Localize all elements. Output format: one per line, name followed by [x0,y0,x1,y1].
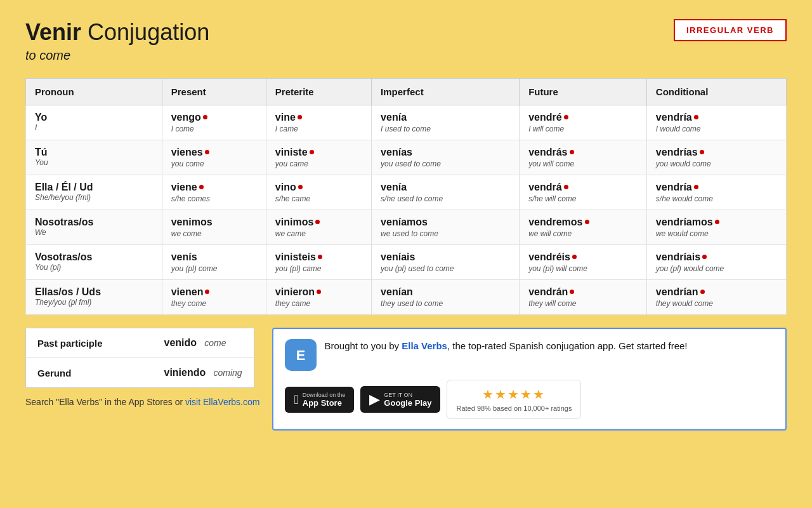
conj-translation: you came [275,159,362,168]
conj-cell: vendrásyou will come [520,140,647,175]
conj-cell: vendréisyou (pl) will come [520,245,647,280]
conj-word: venías [381,147,412,157]
irregular-dot [203,115,207,119]
rating-box: ★★★★★ Rated 98% based on 10,000+ ratings [447,380,581,419]
conj-cell: venísyou (pl) come [162,245,266,280]
col-future: Future [520,79,647,105]
conj-word: vendría [656,112,698,123]
app-store-button[interactable]:  Download on the App Store [285,387,354,413]
irregular-dot [702,255,707,259]
conj-cell: vienesyou come [162,140,266,175]
pronoun-sub: She/he/you (fml) [35,193,153,202]
rating-stars: ★★★★★ [456,387,572,402]
irregular-dot [315,220,320,224]
irregular-dot [694,115,698,119]
googleplay-main: Google Play [384,398,431,408]
conj-cell: vendrás/he will come [520,175,647,210]
irregular-dot [570,150,574,154]
irregular-dot [205,150,209,154]
table-row: Nosotras/osWevenimoswe comevinimoswe cam… [26,210,787,245]
conj-word: vengo [171,112,207,123]
conj-cell: vendríaI would come [646,105,786,140]
conj-cell: vendréI will come [520,105,647,140]
pronoun-sub: You (pl) [35,263,153,272]
conj-cell: vineI came [266,105,371,140]
conj-cell: vendríaisyou (pl) would come [646,245,786,280]
irregular-dot [205,290,209,294]
conj-word: vendrás [528,147,573,157]
past-participle-row: Past participle venido come [26,328,254,358]
col-present: Present [162,79,266,105]
pronoun-sub: I [35,123,153,132]
conj-word: vinieron [275,286,321,297]
google-play-button[interactable]: ▶ GET IT ON Google Play [360,386,440,413]
title-block: Venir Conjugation to come [25,19,209,63]
conj-cell: vinimoswe came [266,210,371,245]
conj-cell: venías/he used to come [372,175,520,210]
table-row: Ella / Él / UdShe/he/you (fml)vienes/he … [26,175,787,210]
play-icon: ▶ [369,391,380,408]
rating-text: Rated 98% based on 10,000+ ratings [456,404,572,412]
left-bottom: Past participle venido come Gerund vinie… [25,328,259,407]
conj-word: venía [381,182,407,192]
gerund-label: Gerund [37,368,71,378]
page-subtitle: to come [25,48,209,63]
conj-translation: you (pl) would come [656,264,777,273]
irregular-dot [317,290,321,294]
conj-translation: they come [171,299,257,308]
promo-header: E Brought to you by Ella Verbs, the top-… [285,339,774,371]
conj-translation: I will come [528,124,638,133]
col-conditional: Conditional [646,79,786,105]
conj-cell: vendremoswe will come [520,210,647,245]
conj-word: viniste [275,147,314,157]
irregular-dot [572,255,577,259]
irregular-dot [700,150,704,154]
conj-translation: you used to come [381,159,510,168]
irregular-dot [715,220,719,224]
pronoun-sub: You [35,158,153,167]
conj-word: vienen [171,286,210,297]
past-participle-word: venido [164,337,197,348]
promo-card: E Brought to you by Ella Verbs, the top-… [272,328,787,431]
conj-translation: we used to come [381,229,510,238]
conj-cell: vinisteyou came [266,140,371,175]
ella-verbs-icon: E [285,339,317,371]
irregular-dot [570,290,574,294]
bottom-section: Past participle venido come Gerund vinie… [25,328,787,431]
conj-translation: we will come [528,229,638,238]
conj-cell: vendríasyou would come [646,140,786,175]
conj-translation: s/he comes [171,194,257,203]
conj-word: vine [275,112,302,123]
conj-word: venís [171,251,197,262]
conj-cell: veníaisyou (pl) used to come [372,245,520,280]
conj-word: vino [275,182,303,192]
conj-word: venía [381,112,407,123]
conj-cell: vendríamoswe would come [646,210,786,245]
conj-translation: I used to come [381,124,510,133]
col-preterite: Preterite [266,79,371,105]
conj-translation: s/he will come [528,194,638,203]
conj-word: vendrá [528,182,568,192]
conj-cell: vendríanthey would come [646,280,786,315]
conj-translation: I would come [656,124,777,133]
conj-cell: veníasyou used to come [372,140,520,175]
conj-word: venían [381,286,413,297]
promo-buttons:  Download on the App Store ▶ GET IT ON … [285,380,774,419]
conj-translation: you (pl) used to come [381,264,510,273]
conj-translation: you will come [528,159,638,168]
conj-translation: s/he came [275,194,362,203]
ella-verbs-link[interactable]: visit EllaVerbs.com [185,397,259,407]
search-text: Search "Ella Verbs" in the App Stores or [25,397,185,407]
pronoun-main: Vosotras/os [35,251,153,263]
conj-word: vendréis [528,251,577,262]
conj-word: vendríais [656,251,707,262]
promo-text-before: Brought to you by [324,340,402,351]
conj-cell: vienenthey come [162,280,266,315]
title-rest: Conjugation [81,19,209,45]
conj-cell: vengoI come [162,105,266,140]
conj-translation: we come [171,229,257,238]
googleplay-sub: GET IT ON [384,392,431,398]
pronoun-main: Tú [35,147,153,158]
ella-verbs-app-link[interactable]: Ella Verbs [402,340,447,351]
past-participle-label: Past participle [37,338,103,349]
